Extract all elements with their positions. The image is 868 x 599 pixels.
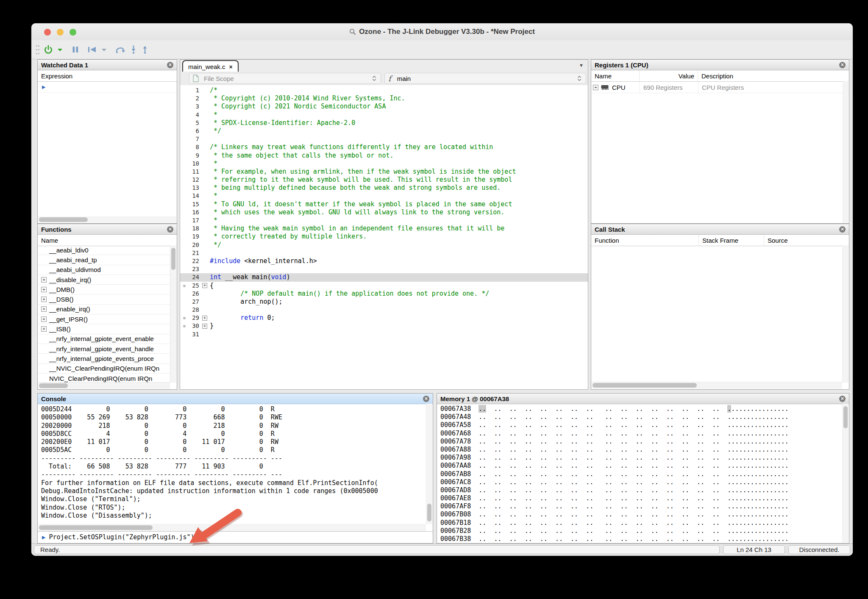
watched-data-header[interactable]: Watched Data 1 ×	[38, 60, 177, 70]
memory-row[interactable]: 00067B38 .. .. .. .. .. .. .. .. .. .. .…	[437, 535, 842, 543]
memory-row[interactable]: 00067AE8 .. .. .. .. .. .. .. .. .. .. .…	[437, 494, 842, 502]
code-line[interactable]: 26 /* NOP default main() if the applicat…	[180, 290, 588, 298]
function-list-item[interactable]: __aeabi_read_tp	[38, 255, 170, 265]
step-into-button[interactable]	[130, 44, 137, 55]
stack-frame-column-header[interactable]: Stack Frame	[699, 235, 764, 246]
value-column-header[interactable]: Value	[640, 70, 698, 81]
function-list-item[interactable]: __aeabi_uldivmod	[38, 265, 170, 275]
function-list-item[interactable]: +__ISB()	[38, 324, 170, 334]
memory-row[interactable]: 00067A48 .. .. .. .. .. .. .. .. .. .. .…	[437, 413, 842, 421]
function-select[interactable]: f main	[384, 73, 586, 84]
function-list-item[interactable]: __nrfy_internal_gpiote_events_proce	[38, 354, 170, 363]
watched-data-column-header[interactable]: Expression	[38, 70, 177, 82]
registers-column-header[interactable]: Name Value Description	[591, 70, 849, 82]
registers-header[interactable]: Registers 1 (CPU) ×	[591, 60, 849, 70]
code-line[interactable]: 8/* Linkers may treat weak functions dif…	[180, 143, 588, 151]
functions-vscrollbar[interactable]	[170, 245, 176, 383]
call-stack-hscrollbar[interactable]	[592, 382, 842, 389]
code-line[interactable]: 5 * SPDX-License-Identifier: Apache-2.0	[180, 119, 588, 127]
power-dropdown-icon[interactable]	[57, 44, 63, 55]
memory-row[interactable]: 00067AC8 .. .. .. .. .. .. .. .. .. .. .…	[437, 478, 842, 486]
function-list-item[interactable]: +__DMB()	[38, 285, 170, 294]
code-line[interactable]: 7	[180, 135, 588, 143]
memory-row[interactable]: 00067B08 .. .. .. .. .. .. .. .. .. .. .…	[437, 510, 842, 519]
code-line[interactable]: 22#include <kernel_internal.h>	[180, 257, 588, 265]
function-list-item[interactable]: +__disable_irq()	[38, 275, 170, 285]
scrollbar-thumb[interactable]	[39, 217, 88, 222]
code-line[interactable]: 16 * which uses the weak symbol. GNU ld …	[180, 208, 588, 216]
memory-row[interactable]: 00067AB8 .. .. .. .. .. .. .. .. .. .. .…	[437, 470, 842, 478]
memory-row[interactable]: 00067AF8 .. .. .. .. .. .. .. .. .. .. .…	[437, 502, 842, 510]
code-line[interactable]: 15 * To GNU ld, it doesn't matter if the…	[180, 200, 588, 208]
scrollbar-thumb[interactable]	[843, 406, 848, 428]
memory-row[interactable]: 00067A78 .. .. .. .. .. .. .. .. .. .. .…	[437, 438, 842, 446]
code-line[interactable]: 1/*	[180, 86, 588, 94]
function-list-item[interactable]: +__enable_irq()	[38, 305, 170, 314]
code-line[interactable]: 6 */	[180, 127, 588, 135]
code-line[interactable]: 2 * Copyright (c) 2010-2014 Wind River S…	[180, 94, 588, 103]
expand-icon[interactable]: +	[41, 316, 47, 322]
pause-button[interactable]	[71, 44, 80, 55]
code-line[interactable]: 19 * correctly treated by multiple linke…	[180, 233, 588, 241]
code-line[interactable]: 4 *	[180, 111, 588, 119]
code-line[interactable]: 17 *	[180, 216, 588, 225]
function-list-item[interactable]: __NVIC_ClearPendingIRQ(enum IRQn	[38, 364, 170, 374]
toolbar-drag-handle[interactable]	[36, 44, 40, 55]
memory-row[interactable]: 00067B18 .. .. .. .. .. .. .. .. .. .. .…	[437, 519, 842, 527]
function-list-item[interactable]: __aeabi_ldiv0	[38, 245, 170, 255]
close-icon[interactable]: ×	[839, 62, 846, 68]
memory-row[interactable]: 00067A58 .. .. .. .. .. .. .. .. .. .. .…	[437, 421, 842, 429]
console-header[interactable]: Console ×	[38, 394, 433, 404]
memory-row[interactable]: 00067AD8 .. .. .. .. .. .. .. .. .. .. .…	[437, 486, 842, 494]
scrollbar-thumb[interactable]	[171, 248, 175, 270]
functions-header[interactable]: Functions ×	[38, 224, 177, 235]
code-line[interactable]: 23	[180, 265, 588, 273]
code-line[interactable]: 3 * Copyright (c) 2021 Nordic Semiconduc…	[180, 103, 588, 111]
name-column-header[interactable]: Name	[591, 70, 640, 81]
code-line[interactable]: 13 * being multiply defined because both…	[180, 184, 588, 192]
step-over-button[interactable]	[115, 44, 126, 55]
fold-toggle-icon[interactable]: +	[202, 324, 207, 329]
tab-list-dropdown-icon[interactable]: ▼	[579, 63, 584, 68]
description-column-header[interactable]: Description	[698, 70, 849, 81]
functions-hscrollbar[interactable]	[38, 382, 170, 389]
close-icon[interactable]: ×	[167, 226, 173, 233]
registers-vscrollbar[interactable]	[843, 81, 849, 223]
call-stack-vscrollbar[interactable]	[842, 245, 849, 383]
watched-data-hscrollbar[interactable]	[38, 216, 176, 223]
name-column-header[interactable]: Name	[38, 235, 61, 246]
selected-memory-cell[interactable]: ..	[479, 405, 486, 413]
selected-ascii-cell[interactable]: .	[727, 405, 731, 413]
code-line[interactable]: 28	[180, 306, 588, 314]
function-column-header[interactable]: Function	[591, 235, 699, 246]
close-icon[interactable]: ×	[167, 62, 173, 68]
code-line[interactable]: 27 arch_nop();	[180, 298, 588, 306]
scrollbar-thumb[interactable]	[39, 525, 153, 530]
function-list-item[interactable]: NVIC_ClearPendingIRQ(enum IRQn	[38, 374, 170, 383]
reset-button[interactable]	[86, 44, 97, 55]
code-line[interactable]: 18 * Having the weak main symbol in an i…	[180, 225, 588, 233]
reset-dropdown-icon[interactable]	[101, 44, 107, 55]
code-line[interactable]: 21	[180, 249, 588, 257]
fold-toggle-icon[interactable]: +	[202, 316, 207, 321]
function-list-item[interactable]: +__DSB()	[38, 294, 170, 304]
tab-main-weak-c[interactable]: main_weak.c ×	[182, 60, 239, 72]
memory-row[interactable]: 00067A98 .. .. .. .. .. .. .. .. .. .. .…	[437, 454, 842, 462]
console-output[interactable]: 0005D244 0 0 0 0 0 R 00050000 55 269 53 …	[38, 404, 433, 520]
function-list-item[interactable]: +__get_IPSR()	[38, 314, 170, 324]
code-line[interactable]: 12 * referring to it the weak symbol wil…	[180, 176, 588, 184]
code-line[interactable]: 11 * For example, when using armlink, th…	[180, 168, 588, 176]
file-scope-select[interactable]: File Scope	[189, 73, 381, 84]
memory-header[interactable]: Memory 1 @ 00067A38 ×	[437, 394, 849, 404]
function-list-item[interactable]: __nrfy_internal_gpiote_event_handle	[38, 344, 170, 354]
scrollbar-thumb[interactable]	[427, 504, 431, 521]
code-line[interactable]: 9 * the same object that calls the symbo…	[180, 152, 588, 160]
code-line[interactable]: 29+ return 0;	[180, 314, 588, 322]
call-stack-header[interactable]: Call Stack ×	[591, 224, 849, 235]
code-line[interactable]: 25+{	[180, 282, 588, 290]
console-input[interactable]: Project.SetOSPlugin("ZephyrPlugin.js");	[49, 533, 198, 541]
call-stack-column-header[interactable]: Function Stack Frame Source	[591, 235, 849, 246]
memory-dump[interactable]: 00067A38 .. .. .. .. .. .. .. .. .. .. .…	[437, 405, 842, 543]
register-row-cpu[interactable]: + CPU 690 Registers CPU Registers	[591, 82, 849, 93]
code-line[interactable]: 20 */	[180, 241, 588, 249]
